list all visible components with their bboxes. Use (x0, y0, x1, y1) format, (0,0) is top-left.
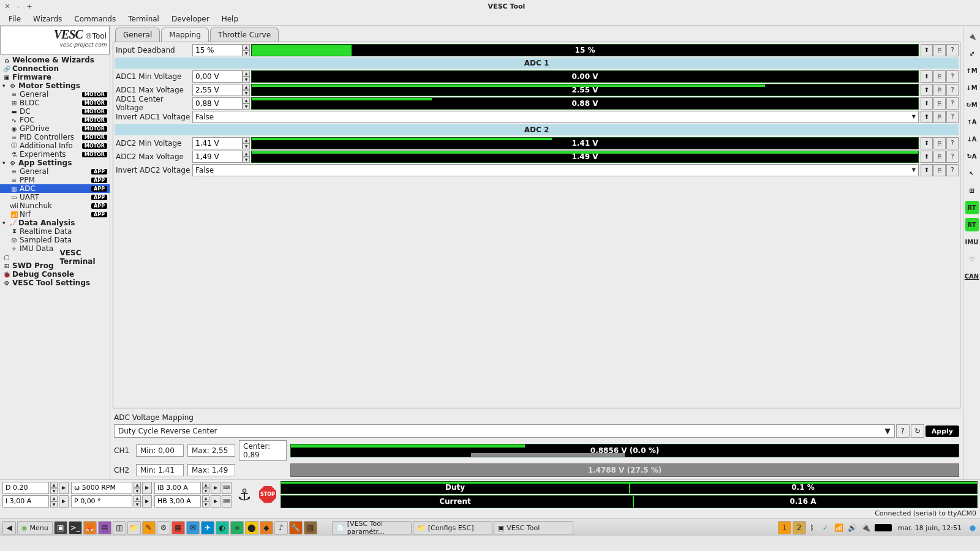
taskbar-task[interactable]: ▣VESC Tool (494, 521, 573, 534)
sidebar-item-terminal[interactable]: ▢VESC Terminal (0, 253, 110, 261)
cursor-icon[interactable]: ↖ (965, 167, 979, 180)
connect-icon[interactable]: 🔌 (965, 29, 979, 43)
sidebar-item-tool-settings[interactable]: ⚙VESC Tool Settings (0, 279, 110, 287)
can-icon[interactable]: CAN (965, 269, 979, 283)
download-icon[interactable]: ⎘ (933, 164, 946, 176)
sidebar-item-data-analysis[interactable]: ▾📈Data Analysis (0, 219, 110, 227)
p-input[interactable] (71, 495, 132, 508)
w-input[interactable] (71, 482, 132, 494)
sidebar-item-firmware[interactable]: ▣Firmware (0, 73, 110, 81)
upload-icon[interactable]: ⬆ (921, 164, 933, 176)
imu-icon[interactable]: IMU (965, 235, 979, 249)
menu-help[interactable]: Help (216, 13, 244, 24)
read-app-icon[interactable]: ↓A (965, 132, 979, 146)
taskbar-icon[interactable]: ▣ (54, 521, 67, 534)
upload-icon[interactable]: ⬆ (921, 44, 933, 56)
taskbar-icon[interactable]: ⬤ (245, 521, 258, 534)
start-menu-button[interactable]: ◉Menu (17, 521, 53, 534)
taskbar-icon[interactable]: ▥ (113, 521, 126, 534)
sidebar-item-sampled[interactable]: ⛁Sampled Data (0, 236, 110, 244)
play-icon[interactable]: ▶ (142, 495, 152, 508)
taskbar-icon[interactable]: ♪ (274, 521, 288, 534)
tray-icon[interactable]: ● (968, 523, 978, 533)
help-icon[interactable]: ? (946, 111, 959, 123)
adc1-max-input[interactable] (192, 84, 243, 96)
anchor-icon[interactable]: ⚓ (234, 482, 255, 508)
read-motor-icon[interactable]: ↓M (965, 81, 979, 94)
rt-app-icon[interactable]: RT (965, 218, 979, 231)
refresh-icon[interactable]: ↻ (911, 424, 924, 438)
help-icon[interactable]: ? (946, 164, 959, 176)
download-icon[interactable]: ⎘ (933, 97, 946, 110)
reload-motor-icon[interactable]: ↻M (965, 98, 979, 111)
taskbar-icon[interactable]: 🔧 (289, 521, 303, 534)
sidebar-item-app-settings[interactable]: ▾⚙App Settings (0, 159, 110, 167)
adc1-invert-select[interactable]: False▼ (192, 111, 919, 123)
workspace-1[interactable]: 1 (778, 521, 791, 534)
ib-input[interactable] (154, 482, 201, 494)
sidebar-item-realtime[interactable]: ⧗Realtime Data (0, 227, 110, 236)
upload-icon[interactable]: ⬆ (921, 70, 933, 83)
taskbar-icon[interactable]: ∞ (230, 521, 244, 534)
sidebar-item-app-general[interactable]: ≡GeneralAPP (0, 167, 110, 176)
shield-icon[interactable]: ✓ (821, 523, 831, 533)
upload-icon[interactable]: ⬆ (921, 84, 933, 96)
maximize-icon[interactable]: + (26, 2, 33, 10)
help-icon[interactable]: ? (946, 137, 959, 149)
minimize-icon[interactable]: – (15, 2, 22, 10)
d-input[interactable] (2, 482, 49, 494)
help-icon[interactable]: ? (946, 44, 959, 56)
taskbar-icon[interactable]: 📁 (127, 521, 141, 534)
adc1-center-input[interactable] (192, 97, 243, 110)
power-icon[interactable]: 🔌 (861, 523, 871, 533)
upload-icon[interactable]: ⬆ (921, 137, 933, 149)
rt-data-icon[interactable]: RT (965, 201, 979, 214)
sidebar-item-motor-additional[interactable]: ⓘAdditional InfoMOTOR (0, 141, 110, 150)
taskbar-icon[interactable]: ◐ (216, 521, 229, 534)
menu-commands[interactable]: Commands (68, 13, 122, 24)
help-icon[interactable]: ? (946, 84, 959, 96)
adc2-invert-select[interactable]: False▼ (192, 164, 919, 176)
taskbar-task[interactable]: 📁[Configs ESC] (413, 521, 492, 534)
sidebar-item-motor-dc[interactable]: ▬DCMOTOR (0, 107, 110, 116)
volume-icon[interactable]: 🔊 (848, 523, 858, 533)
taskbar-icon[interactable]: ✎ (142, 521, 156, 534)
download-icon[interactable]: ⎘ (933, 44, 946, 56)
sidebar-item-connection[interactable]: 🔗Connection (0, 64, 110, 73)
keyboard-icon[interactable]: ⌨ (222, 495, 232, 508)
upload-icon[interactable]: ⬆ (921, 97, 933, 110)
sidebar-item-motor-foc[interactable]: ∿FOCMOTOR (0, 116, 110, 124)
taskbar-icon[interactable]: ◆ (260, 521, 273, 534)
help-icon[interactable]: ? (896, 424, 910, 438)
upload-icon[interactable]: ⬆ (921, 151, 933, 163)
upload-icon[interactable]: ⬆ (921, 111, 933, 123)
network-icon[interactable]: 📶 (834, 523, 844, 533)
taskbar-icon[interactable]: ✈ (201, 521, 214, 534)
clock[interactable]: mar. 18 juin, 12:51 (895, 524, 964, 532)
apply-button[interactable]: Apply (925, 425, 959, 437)
sidebar-item-swd[interactable]: ⊡SWD Prog (0, 261, 110, 270)
spinner[interactable]: ▲▼ (243, 44, 250, 56)
download-icon[interactable]: ⎘ (933, 151, 946, 163)
hb-input[interactable] (154, 495, 201, 508)
adc1-min-input[interactable] (192, 70, 243, 83)
sidebar-item-motor-general[interactable]: ≡GeneralMOTOR (0, 90, 110, 99)
heart-icon[interactable]: ♡ (965, 252, 979, 266)
mapping-mode-select[interactable]: Duty Cycle Reverse Center▼ (114, 424, 895, 438)
taskbar-icon[interactable]: >_ (69, 521, 82, 534)
download-icon[interactable]: ⎘ (933, 137, 946, 149)
sidebar-item-app-adc[interactable]: ▥ADCAPP (0, 184, 110, 193)
grid-icon[interactable]: ⊞ (965, 184, 979, 197)
download-icon[interactable]: ⎘ (933, 84, 946, 96)
sidebar-item-motor-settings[interactable]: ▾⚙Motor Settings (0, 81, 110, 90)
adc2-max-input[interactable] (192, 151, 243, 163)
i-input[interactable] (2, 495, 49, 508)
menu-file[interactable]: File (2, 13, 27, 24)
sidebar-item-motor-bldc[interactable]: ⊞BLDCMOTOR (0, 99, 110, 107)
tab-general[interactable]: General (115, 28, 160, 42)
sidebar-item-app-nunchuk[interactable]: wiiNunchukAPP (0, 201, 110, 210)
stop-button[interactable]: STOP (257, 482, 278, 508)
menu-terminal[interactable]: Terminal (122, 13, 165, 24)
sidebar-item-motor-experiments[interactable]: ⚗ExperimentsMOTOR (0, 150, 110, 159)
disconnect-icon[interactable]: ⤢ (965, 47, 979, 60)
